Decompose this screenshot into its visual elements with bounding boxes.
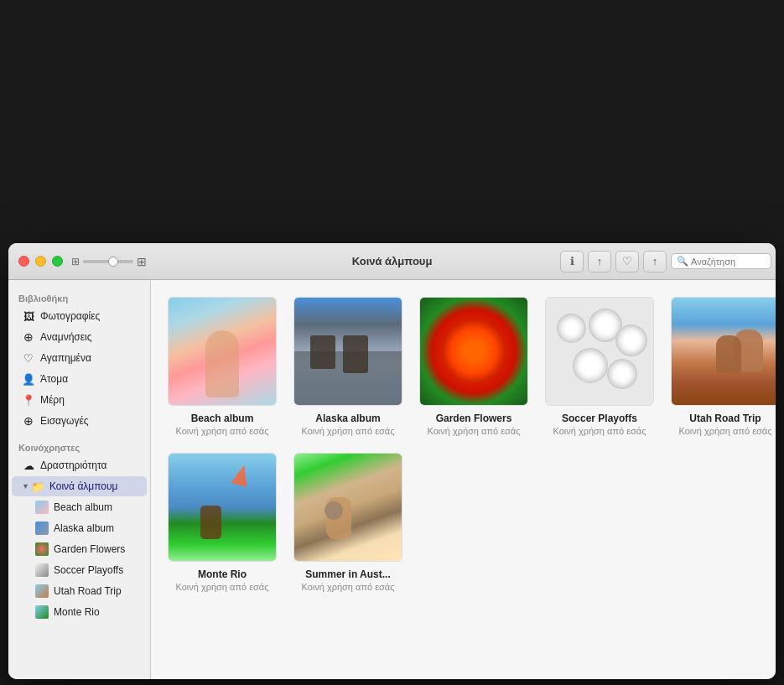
sidebar-item-garden-flowers[interactable]: Garden Flowers bbox=[12, 539, 147, 559]
people-icon: 👤 bbox=[22, 372, 35, 386]
heart-button[interactable]: ♡ bbox=[615, 251, 639, 272]
photos-icon: 🖼 bbox=[22, 309, 35, 323]
titlebar-left-controls: ⊞ ⊞ bbox=[71, 255, 147, 268]
sidebar-item-imports[interactable]: ⊕ Εισαγωγές bbox=[12, 411, 147, 431]
traffic-lights bbox=[18, 256, 63, 267]
album-subtitle-monterio: Κοινή χρήση από εσάς bbox=[175, 582, 268, 592]
expand-icon: ▼ bbox=[22, 482, 29, 490]
soccer-playoffs-thumb bbox=[35, 563, 49, 577]
sidebar-item-photos[interactable]: 🖼 Φωτογραφίες bbox=[12, 306, 147, 326]
album-name-alaska: Alaska album bbox=[315, 413, 380, 424]
share-button[interactable]: ↑ bbox=[588, 251, 611, 272]
library-section-header: Βιβλιοθήκη bbox=[8, 288, 150, 305]
album-name-utah: Utah Road Trip bbox=[689, 413, 761, 424]
album-cell-flowers[interactable]: Garden Flowers Κοινή χρήση από εσάς bbox=[419, 297, 528, 436]
album-cover-flowers bbox=[419, 297, 528, 406]
sidebar-item-monte-rio[interactable]: Monte Rio bbox=[12, 602, 147, 622]
utah-road-trip-thumb bbox=[35, 584, 49, 598]
album-name-summer: Summer in Aust... bbox=[305, 568, 391, 580]
search-box[interactable]: 🔍 bbox=[671, 253, 771, 269]
album-subtitle-utah: Κοινή χρήση από εσάς bbox=[678, 426, 771, 436]
album-cell-beach[interactable]: Beach album Κοινή χρήση από εσάς bbox=[168, 297, 277, 436]
memories-icon: ⊕ bbox=[22, 330, 35, 344]
sidebar-item-beach-album-label: Beach album bbox=[54, 501, 112, 513]
garden-flowers-thumb bbox=[35, 542, 49, 556]
favorites-icon: ♡ bbox=[22, 351, 35, 365]
album-cover-beach bbox=[168, 297, 277, 406]
sidebar-item-photos-label: Φωτογραφίες bbox=[40, 310, 100, 322]
places-icon: 📍 bbox=[22, 393, 35, 407]
slider-control[interactable]: ⊞ ⊞ bbox=[71, 255, 147, 268]
album-cover-utah bbox=[671, 297, 776, 406]
sidebar-item-memories-label: Αναμνήσεις bbox=[40, 331, 92, 343]
album-grid-row1: Beach album Κοινή χρήση από εσάς Alaska … bbox=[168, 297, 759, 436]
album-name-beach: Beach album bbox=[191, 413, 254, 424]
beach-photo bbox=[169, 298, 276, 405]
sidebar-item-imports-label: Εισαγωγές bbox=[40, 415, 89, 427]
album-cell-utah[interactable]: Utah Road Trip Κοινή χρήση από εσάς bbox=[671, 297, 776, 436]
album-cover-soccer bbox=[545, 297, 654, 406]
search-input[interactable] bbox=[691, 257, 766, 267]
sidebar-item-beach-album[interactable]: Beach album bbox=[12, 497, 147, 517]
sidebar-item-monte-rio-label: Monte Rio bbox=[54, 606, 100, 618]
shared-section-header: Κοινόχρηστες bbox=[8, 438, 150, 454]
imports-icon: ⊕ bbox=[22, 414, 35, 428]
sidebar-item-alaska-album-label: Alaska album bbox=[54, 522, 114, 534]
alaska-album-thumb bbox=[35, 522, 49, 535]
close-button[interactable] bbox=[18, 256, 29, 267]
titlebar: ⊞ ⊞ Κοινά άλμπουμ ℹ ↑ ♡ ↑ 🔍 bbox=[8, 243, 776, 280]
main-panel: Beach album Κοινή χρήση από εσάς Alaska … bbox=[151, 280, 776, 679]
maximize-button[interactable] bbox=[52, 256, 63, 267]
sidebar-item-people-label: Άτομα bbox=[40, 373, 68, 385]
album-cell-summer[interactable]: Summer in Aust... Κοινή χρήση από εσάς bbox=[293, 453, 402, 592]
sidebar-item-activity-label: Δραστηριότητα bbox=[40, 459, 107, 471]
info-button[interactable]: ℹ bbox=[560, 251, 584, 272]
grid-icon: ⊞ bbox=[71, 256, 80, 267]
sidebar-item-favorites[interactable]: ♡ Αγαπημένα bbox=[12, 348, 147, 368]
sidebar-item-people[interactable]: 👤 Άτομα bbox=[12, 369, 147, 389]
sidebar-item-shared-albums[interactable]: ▼ 📁 Κοινά άλμπουμ bbox=[12, 476, 147, 496]
sidebar-item-soccer-playoffs[interactable]: Soccer Playoffs bbox=[12, 560, 147, 580]
activity-icon: ☁ bbox=[22, 459, 35, 472]
album-subtitle-alaska: Κοινή χρήση από εσάς bbox=[301, 426, 394, 436]
sidebar-item-utah-road-trip[interactable]: Utah Road Trip bbox=[12, 581, 147, 601]
zoom-slider[interactable] bbox=[83, 260, 133, 263]
album-cover-summer bbox=[293, 453, 402, 562]
album-cover-monterio bbox=[168, 453, 277, 562]
sidebar-item-soccer-playoffs-label: Soccer Playoffs bbox=[54, 564, 123, 576]
album-name-monterio: Monte Rio bbox=[198, 568, 247, 580]
window-title: Κοινά άλμπουμ bbox=[352, 255, 433, 267]
minimize-button[interactable] bbox=[35, 256, 46, 267]
album-subtitle-flowers: Κοινή χρήση από εσάς bbox=[427, 426, 520, 436]
shared-albums-icon: 📁 bbox=[31, 480, 44, 493]
album-name-flowers: Garden Flowers bbox=[436, 413, 512, 424]
share-icon: ↑ bbox=[597, 255, 603, 267]
sidebar-item-favorites-label: Αγαπημένα bbox=[40, 352, 91, 364]
album-name-soccer: Soccer Playoffs bbox=[562, 413, 637, 424]
upload-button[interactable]: ↑ bbox=[643, 251, 667, 272]
album-grid-row2: Monte Rio Κοινή χρήση από εσάς Summer in… bbox=[168, 453, 759, 592]
upload-icon: ↑ bbox=[652, 255, 658, 267]
grid-large-icon: ⊞ bbox=[137, 255, 147, 268]
album-cell-alaska[interactable]: Alaska album Κοινή χρήση από εσάς bbox=[293, 297, 402, 436]
sidebar-item-alaska-album[interactable]: Alaska album bbox=[12, 518, 147, 538]
album-subtitle-soccer: Κοινή χρήση από εσάς bbox=[553, 426, 646, 436]
album-cell-soccer[interactable]: Soccer Playoffs Κοινή χρήση από εσάς bbox=[545, 297, 654, 436]
album-subtitle-beach: Κοινή χρήση από εσάς bbox=[175, 426, 268, 436]
album-subtitle-summer: Κοινή χρήση από εσάς bbox=[301, 582, 394, 592]
main-window: ⊞ ⊞ Κοινά άλμπουμ ℹ ↑ ♡ ↑ 🔍 bbox=[8, 243, 776, 679]
sidebar: Βιβλιοθήκη 🖼 Φωτογραφίες ⊕ Αναμνήσεις ♡ … bbox=[8, 280, 151, 679]
info-icon: ℹ bbox=[570, 255, 574, 267]
sidebar-item-activity[interactable]: ☁ Δραστηριότητα bbox=[12, 455, 147, 475]
beach-album-thumb bbox=[35, 501, 49, 514]
search-icon: 🔍 bbox=[677, 256, 688, 267]
sidebar-item-places[interactable]: 📍 Μέρη bbox=[12, 390, 147, 410]
album-cover-alaska bbox=[293, 297, 402, 406]
sidebar-item-shared-albums-label: Κοινά άλμπουμ bbox=[49, 480, 118, 492]
sidebar-item-memories[interactable]: ⊕ Αναμνήσεις bbox=[12, 327, 147, 347]
heart-icon: ♡ bbox=[622, 255, 632, 267]
content-area: Βιβλιοθήκη 🖼 Φωτογραφίες ⊕ Αναμνήσεις ♡ … bbox=[8, 280, 776, 679]
album-cell-monterio[interactable]: Monte Rio Κοινή χρήση από εσάς bbox=[168, 453, 277, 592]
sidebar-item-places-label: Μέρη bbox=[40, 394, 65, 406]
sidebar-item-garden-flowers-label: Garden Flowers bbox=[54, 543, 125, 555]
